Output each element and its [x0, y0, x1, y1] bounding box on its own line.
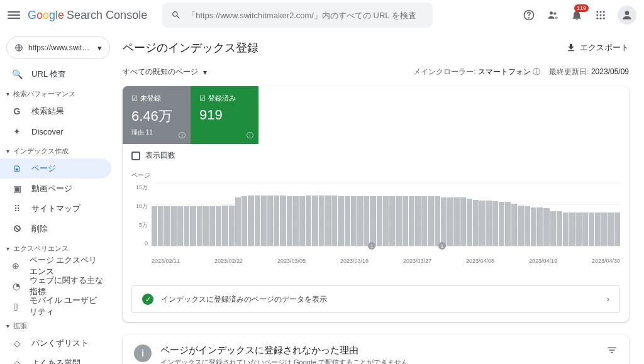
nav-discover[interactable]: ✦Discover [0, 121, 111, 141]
bar [338, 196, 343, 246]
svg-point-7 [596, 14, 598, 16]
filter-icon[interactable] [606, 345, 618, 356]
bar [331, 196, 337, 246]
nav-url-inspect[interactable]: 🔍URL 検査 [0, 64, 111, 84]
reasons-title: ページがインデックスに登録されなかった理由 [160, 345, 408, 356]
bar [152, 206, 157, 246]
svg-point-4 [596, 11, 598, 13]
notifications-icon[interactable]: 119 [570, 8, 584, 22]
bar [563, 212, 569, 246]
bar [287, 196, 292, 246]
bar [608, 212, 614, 246]
bar [453, 197, 459, 246]
export-button[interactable]: エクスポート [566, 42, 629, 53]
plus-circle-icon: ⊕ [11, 261, 21, 271]
check-icon: ☑ [131, 94, 138, 102]
faq-icon: ◇ [11, 358, 23, 364]
bar [242, 196, 247, 246]
section-indexing[interactable]: ▾インデックス作成 [0, 141, 116, 158]
nav-page-experience[interactable]: ⊕ページ エクスペリエンス [0, 256, 111, 276]
section-performance[interactable]: ▾検索パフォーマンス [0, 84, 116, 101]
bar [473, 200, 479, 246]
bar [486, 201, 491, 246]
nav-core-web-vitals[interactable]: ◔ウェブに関する主な指標 [0, 276, 111, 296]
bar [435, 196, 440, 246]
impressions-checkbox-row[interactable]: 表示回数 [123, 144, 629, 167]
svg-point-6 [603, 11, 605, 13]
bar [158, 206, 164, 246]
bar [389, 196, 395, 246]
bar [164, 206, 170, 246]
bar [357, 196, 363, 246]
info-icon[interactable]: ⓘ [247, 131, 253, 140]
svg-point-10 [596, 18, 598, 19]
account-avatar[interactable] [618, 6, 636, 25]
bar [575, 212, 581, 246]
chevron-down-icon: ▾ [203, 68, 207, 77]
chart-marker: 1 [368, 242, 375, 250]
chart-xaxis: 2023/02/112023/02/222023/03/052023/03/16… [152, 258, 620, 264]
bar [467, 199, 472, 246]
bar [601, 212, 607, 246]
page-filter-dropdown[interactable]: すべての既知のページ ▾ [123, 67, 207, 77]
page-title: ページのインデックス登録 [123, 40, 258, 55]
globe-icon [14, 43, 23, 52]
view-indexed-data-button[interactable]: ✓ インデックスに登録済みのページのデータを表示 › [131, 285, 620, 313]
mobile-icon: ▯ [11, 301, 21, 311]
bar [209, 206, 215, 246]
nav-faq[interactable]: ◇よくある質問 [0, 353, 111, 364]
help-icon[interactable] [522, 8, 536, 22]
nav-sitemaps[interactable]: ⠿サイトマップ [0, 199, 111, 219]
bar [614, 212, 620, 246]
section-experience[interactable]: ▾エクスペリエンス [0, 239, 116, 256]
logo: Google Search Console [28, 9, 147, 22]
section-enhance[interactable]: ▾拡張 [0, 316, 116, 333]
bar [460, 197, 466, 246]
nav-search-results[interactable]: G検索結果 [0, 101, 111, 121]
bar [261, 196, 267, 246]
bar [351, 196, 357, 246]
nav-breadcrumbs[interactable]: ◇パンくずリスト [0, 333, 111, 353]
bar [402, 196, 408, 246]
bar [377, 196, 382, 246]
bar [274, 196, 279, 246]
bar [248, 196, 253, 246]
reasons-subtitle: インデックスに登録されていないページは Google で配信することができません [160, 358, 408, 364]
metric-indexed[interactable]: ☑登録済み 919 ⓘ [191, 86, 258, 144]
chart-marker: 1 [438, 242, 446, 250]
bar [370, 196, 375, 246]
help-icon[interactable]: ⓘ [533, 67, 540, 76]
nav-video-pages[interactable]: ▣動画ページ [0, 179, 111, 199]
metric-not-indexed[interactable]: ☑未登録 6.46万 理由 11 ⓘ [123, 86, 191, 144]
bar [447, 197, 453, 246]
chart-ylabel: ページ [131, 171, 620, 180]
svg-point-8 [600, 14, 602, 16]
svg-point-9 [603, 14, 605, 16]
menu-icon[interactable] [8, 9, 20, 21]
info-icon[interactable]: ⓘ [179, 131, 186, 140]
info-icon: i [134, 345, 152, 362]
bar [441, 197, 447, 246]
check-circle-icon: ✓ [142, 294, 153, 305]
notification-badge: 119 [574, 4, 589, 12]
sitemap-icon: ⠿ [11, 204, 23, 214]
nav-mobile-usability[interactable]: ▯モバイル ユーザビリティ [0, 296, 111, 316]
property-selector[interactable]: https://www.switchi... ▾ [6, 36, 110, 59]
bar [345, 196, 350, 246]
bar [299, 196, 305, 246]
bar [511, 204, 517, 246]
google-icon: G [11, 106, 23, 116]
nav-pages[interactable]: 🗎ページ [0, 158, 111, 179]
bar [537, 207, 543, 246]
bar [531, 207, 536, 246]
bar [364, 196, 369, 246]
people-icon[interactable] [546, 8, 560, 22]
bar [479, 201, 485, 246]
bar [203, 206, 209, 246]
bar [550, 211, 556, 246]
url-inspect-search[interactable] [162, 3, 433, 28]
apps-icon[interactable] [594, 8, 608, 22]
search-input[interactable] [187, 11, 424, 20]
nav-removals[interactable]: 🛇削除 [0, 219, 111, 239]
bar [293, 196, 299, 246]
